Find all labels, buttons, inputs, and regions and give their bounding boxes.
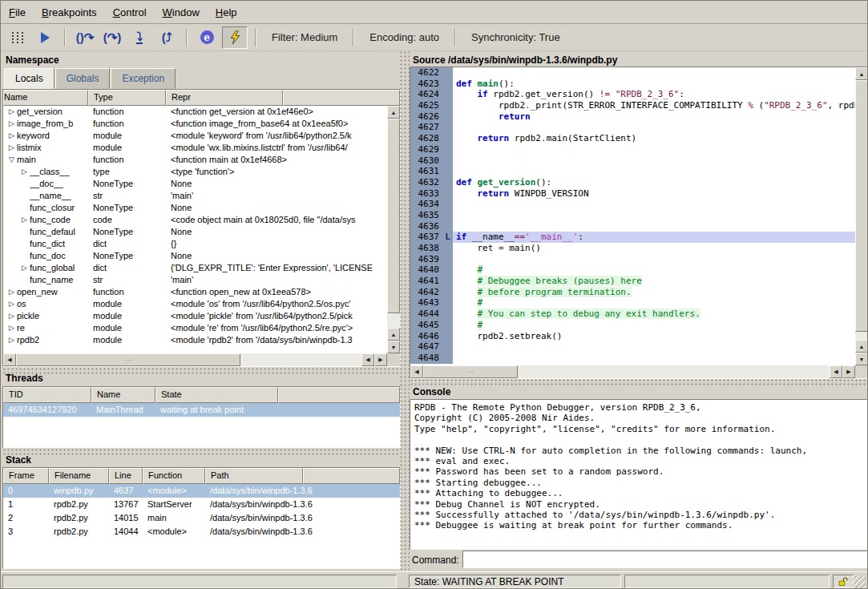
line-number[interactable]: 4634	[410, 199, 442, 210]
line-number[interactable]: 4644	[410, 309, 442, 320]
line-number[interactable]: 4622	[410, 67, 442, 79]
column-header-function[interactable]: Function	[143, 468, 205, 484]
scroll-thumb[interactable]	[387, 119, 400, 313]
namespace-row[interactable]: __name__str'main'	[3, 190, 387, 202]
line-number[interactable]: 4639	[410, 254, 442, 265]
resize-grip[interactable]	[853, 576, 866, 589]
tab-exception[interactable]: Exception	[111, 68, 176, 89]
expand-expander-icon[interactable]: ▷	[19, 166, 30, 178]
namespace-row[interactable]: ▷rpdb2module<module 'rpdb2' from '/data/…	[3, 334, 387, 346]
expand-expander-icon[interactable]: ▷	[6, 130, 17, 142]
column-header-line[interactable]: Line	[109, 468, 143, 484]
namespace-row[interactable]: __doc__NoneTypeNone	[3, 178, 387, 190]
scroll-right-arrow[interactable]: ▶	[842, 365, 855, 378]
step-into-button[interactable]: (↷)	[100, 27, 124, 48]
menu-item-help[interactable]: Help	[208, 3, 245, 22]
scroll-down-arrow[interactable]: ▼	[855, 353, 868, 365]
namespace-row[interactable]: ▷osmodule<module 'os' from '/usr/lib64/p…	[3, 298, 387, 310]
namespace-row[interactable]: ▷picklemodule<module 'pickle' from '/usr…	[3, 310, 387, 322]
tab-locals[interactable]: Locals	[4, 68, 55, 89]
line-number[interactable]: 4624	[410, 89, 442, 100]
command-input[interactable]	[462, 551, 868, 568]
scroll-up-arrow[interactable]: ▲	[387, 106, 400, 119]
go-button[interactable]	[33, 27, 57, 48]
expand-expander-icon[interactable]: ▷	[6, 310, 17, 322]
scroll-down-arrow[interactable]: ▼	[387, 341, 400, 353]
thread-row[interactable]: 46974534127920MainThreadwaiting at break…	[3, 403, 400, 417]
main-splitter[interactable]	[399, 50, 410, 571]
scroll-up-arrow[interactable]: ▲	[387, 328, 400, 341]
scroll-right-arrow[interactable]: ▶	[374, 353, 387, 366]
expand-expander-icon[interactable]: ▷	[19, 214, 30, 226]
scroll-thumb[interactable]: ⋯	[423, 365, 518, 378]
line-number[interactable]: 4643	[410, 297, 442, 309]
line-number[interactable]: 4630	[410, 155, 442, 167]
line-number[interactable]: 4627	[410, 122, 442, 133]
line-number[interactable]: 4629	[410, 144, 442, 155]
column-header-filename[interactable]: Filename	[49, 468, 109, 484]
break-button[interactable]	[6, 27, 30, 48]
expand-expander-icon[interactable]: ▷	[6, 298, 17, 310]
line-number[interactable]: 4636	[410, 221, 442, 232]
line-number[interactable]: 4628	[410, 133, 442, 144]
stack-frame-row[interactable]: 1rpdb2.py13767StartServer/data/sys/bin/w…	[3, 498, 400, 511]
line-number[interactable]: 4642	[410, 287, 442, 298]
source-console-splitter[interactable]	[410, 378, 867, 385]
scroll-left-arrow[interactable]: ◀	[3, 353, 16, 366]
expand-expander-icon[interactable]: ▷	[6, 118, 17, 130]
menu-item-window[interactable]: Window	[155, 3, 208, 22]
line-number[interactable]: 4637	[410, 232, 442, 243]
namespace-row[interactable]: ▷func_globaldict{'DLG_EXPR_TITLE': 'Ente…	[3, 262, 387, 274]
line-number[interactable]: 4626	[410, 111, 442, 123]
line-number[interactable]: 4640	[410, 264, 442, 276]
menu-item-control[interactable]: Control	[105, 3, 155, 22]
column-header-name[interactable]: Name	[91, 387, 155, 403]
namespace-row[interactable]: ▷__class__type<type 'function'>	[3, 166, 387, 178]
scroll-thumb[interactable]: ⋯	[16, 353, 240, 366]
collapse-expander-icon[interactable]: ▽	[6, 154, 17, 166]
namespace-row[interactable]: ▷get_versionfunction<function get_versio…	[3, 106, 387, 118]
column-header-tid[interactable]: TID	[3, 387, 91, 403]
namespace-row[interactable]: ▽mainfunction<function main at 0x1ef4668…	[3, 154, 387, 166]
goto-button[interactable]: (⤴	[155, 27, 179, 48]
line-number[interactable]: 4647	[410, 341, 442, 353]
line-number[interactable]: 4635	[410, 210, 442, 221]
line-number[interactable]: 4625	[410, 100, 442, 111]
line-number[interactable]: 4633	[410, 188, 442, 200]
threads-stack-splitter[interactable]	[2, 448, 399, 455]
line-number[interactable]: 4646	[410, 331, 442, 342]
namespace-row[interactable]: ▷image_from_bfunction<function image_fro…	[3, 118, 387, 130]
namespace-row[interactable]: ▷open_newfunction<function open_new at 0…	[3, 286, 387, 298]
namespace-row[interactable]: func_closurNoneTypeNone	[3, 202, 387, 214]
step-over-button[interactable]: ()↷	[73, 27, 97, 48]
stack-frame-row[interactable]: 2rpdb2.py14015main/data/sys/bin/winpdb-1…	[3, 511, 400, 525]
line-number[interactable]: 4632	[410, 177, 442, 188]
line-number[interactable]: 4631	[410, 166, 442, 177]
expand-expander-icon[interactable]: ▷	[6, 334, 17, 346]
line-number[interactable]: 4648	[410, 353, 442, 364]
expand-expander-icon[interactable]: ▷	[6, 106, 17, 118]
namespace-row[interactable]: ▷listmixmodule<module 'wx.lib.mixins.lis…	[3, 142, 387, 154]
namespace-row[interactable]: ▷remodule<module 're' from '/usr/lib64/p…	[3, 322, 387, 334]
expand-expander-icon[interactable]: ▷	[19, 262, 30, 274]
scroll-thumb[interactable]	[855, 80, 868, 332]
stack-frame-row[interactable]: 0winpdb.py4637<module>/data/sys/bin/winp…	[3, 484, 400, 498]
namespace-row[interactable]: func_dictdict{}	[3, 238, 387, 250]
tab-globals[interactable]: Globals	[55, 68, 111, 89]
column-header-type[interactable]: Type	[88, 90, 166, 106]
scroll-left-arrow[interactable]: ◀	[830, 365, 842, 378]
namespace-row[interactable]: func_namestr'main'	[3, 274, 387, 286]
scroll-up-arrow[interactable]: ▲	[855, 67, 868, 80]
stack-frame-row[interactable]: 3rpdb2.py14044<module>/data/sys/bin/winp…	[3, 525, 400, 539]
menu-item-breakpoints[interactable]: Breakpoints	[34, 3, 105, 22]
scroll-left-arrow[interactable]: ◀	[410, 365, 423, 378]
encoding-button[interactable]: e	[195, 27, 219, 48]
expand-expander-icon[interactable]: ▷	[6, 286, 17, 298]
line-number[interactable]: 4645	[410, 320, 442, 331]
line-number[interactable]: 4638	[410, 243, 442, 254]
step-out-button[interactable]: ⤵	[127, 27, 151, 48]
line-number[interactable]: 4623	[410, 79, 442, 90]
column-header-name[interactable]: Name	[3, 90, 88, 106]
line-number[interactable]: 4641	[410, 276, 442, 287]
scroll-left-arrow[interactable]: ◀	[361, 353, 374, 366]
